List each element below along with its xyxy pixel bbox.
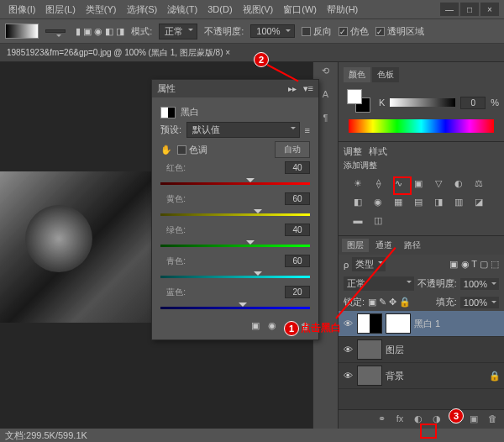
color-spectrum[interactable]	[349, 119, 494, 133]
tab-color[interactable]: 颜色	[344, 67, 370, 82]
menu-view[interactable]: 视图(V)	[239, 2, 277, 18]
slider-value-0[interactable]: 40	[285, 161, 310, 174]
properties-tab[interactable]: 属性	[157, 82, 176, 95]
k-value[interactable]: 0	[460, 97, 486, 109]
layer-name: 图层	[386, 344, 404, 356]
adj-brightness-icon[interactable]: ☀	[350, 178, 365, 192]
menu-layer[interactable]: 图层(L)	[42, 2, 78, 18]
adj-hue-icon[interactable]: ◐	[451, 178, 466, 192]
reverse-checkbox[interactable]: 反向	[302, 25, 332, 38]
visibility-icon[interactable]: 👁	[342, 371, 354, 381]
slider-value-1[interactable]: 60	[285, 192, 310, 205]
adj-levels-icon[interactable]: ⟠	[370, 178, 386, 192]
menu-type[interactable]: 类型(Y)	[82, 2, 120, 18]
tint-checkbox[interactable]: 色调	[177, 144, 207, 156]
visibility-icon[interactable]: 👁	[342, 318, 354, 329]
dock-icon-history[interactable]: ⟲	[318, 66, 334, 81]
layer-row-1[interactable]: 👁 图层	[339, 337, 504, 363]
color-panel: 颜色 色板 K 0 %	[339, 62, 504, 141]
close-button[interactable]: ×	[480, 3, 499, 16]
adj-lookup-icon[interactable]: ▤	[411, 197, 426, 210]
adj-threshold-icon[interactable]: ◪	[471, 197, 486, 210]
auto-button[interactable]: 自动	[275, 141, 310, 158]
layer-row-2[interactable]: 👁 背景 🔒	[339, 363, 504, 389]
color-slider-0[interactable]	[160, 177, 310, 189]
preset-dropdown[interactable]: 默认值	[186, 122, 300, 138]
menu-window[interactable]: 窗口(W)	[280, 2, 320, 18]
slider-value-4[interactable]: 20	[285, 286, 310, 298]
view-prev-icon[interactable]: ◉	[268, 320, 276, 331]
slider-label-1: 黄色:	[160, 193, 186, 205]
adj-gradient-map-icon[interactable]: ▬	[350, 215, 365, 229]
visibility-icon[interactable]: 👁	[342, 345, 354, 355]
layer-fill-dropdown[interactable]: 100%	[460, 297, 499, 308]
slider-label-0: 红色:	[160, 162, 186, 174]
menu-select[interactable]: 选择(S)	[123, 2, 161, 18]
adj-balance-icon[interactable]: ⚖	[471, 178, 486, 192]
color-slider-4[interactable]	[160, 302, 310, 313]
tab-styles[interactable]: 样式	[369, 145, 387, 158]
color-slider-2[interactable]	[160, 239, 310, 251]
gradient-swatch[interactable]	[5, 24, 39, 39]
adjustment-name: 黑白	[181, 106, 199, 118]
panel-menu-icon[interactable]: ▾≡	[303, 83, 313, 94]
options-bar: ▮ ▣ ◉ ◧ ◨ 模式: 正常 不透明度: 100% 反向 仿色 透明区域	[0, 18, 504, 44]
adj-invert-icon[interactable]: ◨	[431, 197, 446, 210]
layer-blend-dropdown[interactable]: 正常	[344, 276, 414, 291]
tab-paths[interactable]: 路径	[399, 239, 426, 252]
panel-collapse-icon[interactable]: ▸▸	[286, 84, 298, 93]
menu-3d[interactable]: 3D(D)	[204, 3, 235, 16]
tab-adjustments[interactable]: 调整	[344, 145, 362, 158]
minimize-button[interactable]: —	[440, 3, 459, 16]
transparency-checkbox[interactable]: 透明区域	[375, 25, 424, 38]
layer-opacity-dropdown[interactable]: 100%	[460, 278, 499, 290]
layer-list: 👁 黑白 1 👁 图层 👁 背景 🔒	[339, 311, 504, 409]
red-highlight-box-2	[420, 424, 437, 439]
preset-menu-icon[interactable]: ≡	[305, 125, 310, 135]
menu-help[interactable]: 帮助(H)	[323, 2, 361, 18]
tab-layers[interactable]: 图层	[342, 239, 369, 252]
layer-fx-icon[interactable]: fx	[393, 413, 407, 425]
new-layer-icon[interactable]: ▣	[467, 413, 480, 425]
menu-bar: 图像(I) 图层(L) 类型(Y) 选择(S) 滤镜(T) 3D(D) 视图(V…	[0, 0, 504, 18]
dock-icon-para[interactable]: ¶	[318, 113, 334, 128]
adj-selective-icon[interactable]: ◫	[370, 215, 386, 229]
link-layers-icon[interactable]: ⚭	[375, 413, 388, 425]
adj-mixer-icon[interactable]: ▦	[391, 197, 406, 210]
blend-mode-dropdown[interactable]: 正常	[159, 24, 197, 39]
adj-exposure-icon[interactable]: ▣	[411, 178, 426, 192]
k-slider[interactable]	[390, 98, 455, 107]
annotation-text: 点击黑白	[301, 321, 341, 335]
adj-photo-filter-icon[interactable]: ◉	[370, 197, 386, 210]
gradient-type-dropdown[interactable]	[45, 29, 66, 33]
slider-value-2[interactable]: 40	[285, 224, 310, 236]
fg-bg-swatch[interactable]	[347, 89, 370, 113]
document-tab[interactable]: 19851923&fm=26&gp=0.jpg @ 100% (黑白 1, 图层…	[0, 44, 504, 62]
color-slider-3[interactable]	[160, 271, 310, 282]
mask-thumb	[386, 313, 411, 334]
tab-swatches[interactable]: 色板	[372, 67, 399, 82]
dither-checkbox[interactable]: 仿色	[339, 25, 369, 38]
maximize-button[interactable]: □	[460, 3, 479, 16]
slider-value-3[interactable]: 60	[285, 255, 310, 267]
opacity-dropdown[interactable]: 100%	[250, 24, 294, 38]
status-bar: 文档:299.5K/599.1K	[0, 429, 92, 442]
eyedropper-icon[interactable]: ✋	[160, 145, 172, 155]
color-slider-1[interactable]	[160, 208, 310, 220]
clip-icon[interactable]: ▣	[251, 320, 260, 331]
add-adjustment-label: 添加调整	[344, 158, 499, 175]
dock-icon-char[interactable]: A	[318, 89, 334, 104]
window-controls: — □ ×	[440, 3, 499, 16]
delete-layer-icon[interactable]: 🗑	[486, 413, 499, 425]
red-highlight-box	[393, 176, 412, 195]
k-label: K	[379, 97, 385, 108]
adj-posterize-icon[interactable]: ▥	[451, 197, 466, 210]
layer-name: 黑白 1	[414, 318, 440, 330]
right-panels: 颜色 色板 K 0 % 调整 样式 添加调整 ☀ ⟠	[338, 62, 504, 429]
callout-3: 3	[449, 408, 464, 424]
layer-row-0[interactable]: 👁 黑白 1	[339, 311, 504, 337]
menu-image[interactable]: 图像(I)	[5, 2, 39, 18]
adj-vibrance-icon[interactable]: ▽	[431, 178, 446, 192]
adj-bw-icon[interactable]: ◧	[350, 197, 365, 210]
menu-filter[interactable]: 滤镜(T)	[164, 2, 201, 18]
